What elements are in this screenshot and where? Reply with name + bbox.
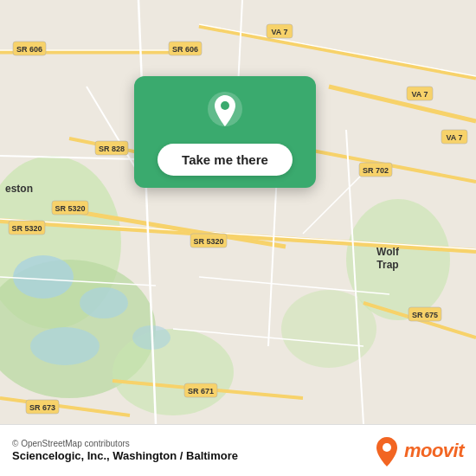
svg-text:VA 7: VA 7 — [411, 90, 428, 99]
moovit-wordmark: moovit — [404, 440, 464, 462]
svg-point-7 — [80, 287, 128, 318]
svg-text:VA 7: VA 7 — [446, 133, 462, 142]
bottom-left-info: © OpenStreetMap contributors Sciencelogi… — [12, 439, 238, 462]
svg-text:SR 673: SR 673 — [29, 403, 55, 412]
moovit-logo-icon — [373, 435, 401, 466]
map-background: SR 606 SR 606 VA 7 VA 7 SR 828 SR 702 SR… — [0, 0, 476, 424]
svg-text:Wolf: Wolf — [376, 246, 400, 258]
svg-text:SR 606: SR 606 — [16, 45, 42, 54]
svg-text:SR 5320: SR 5320 — [193, 237, 223, 246]
svg-text:SR 671: SR 671 — [188, 387, 214, 396]
svg-point-63 — [221, 101, 229, 110]
svg-point-5 — [281, 290, 376, 368]
map-container: SR 606 SR 606 VA 7 VA 7 SR 828 SR 702 SR… — [0, 0, 476, 424]
svg-point-3 — [113, 329, 234, 415]
svg-text:SR 606: SR 606 — [172, 45, 198, 54]
location-name: Sciencelogic, Inc., Washington / Baltimo… — [12, 449, 238, 462]
location-popup: Take me there — [134, 76, 316, 188]
bottom-bar: © OpenStreetMap contributors Sciencelogi… — [0, 424, 476, 476]
svg-text:eston: eston — [5, 183, 33, 195]
svg-point-8 — [30, 327, 100, 365]
location-pin-icon — [204, 92, 246, 133]
svg-text:SR 828: SR 828 — [99, 145, 125, 153]
attribution-text: © OpenStreetMap contributors — [12, 439, 238, 448]
svg-text:SR 5320: SR 5320 — [11, 224, 42, 233]
svg-text:SR 702: SR 702 — [363, 166, 389, 175]
svg-text:SR 675: SR 675 — [412, 311, 438, 319]
svg-text:SR 5320: SR 5320 — [55, 204, 85, 213]
moovit-logo[interactable]: moovit — [373, 435, 464, 466]
svg-point-6 — [13, 255, 74, 299]
take-me-there-button[interactable]: Take me there — [158, 144, 293, 176]
svg-text:VA 7: VA 7 — [271, 28, 287, 36]
svg-point-64 — [383, 443, 391, 452]
svg-text:Trap: Trap — [376, 259, 398, 271]
